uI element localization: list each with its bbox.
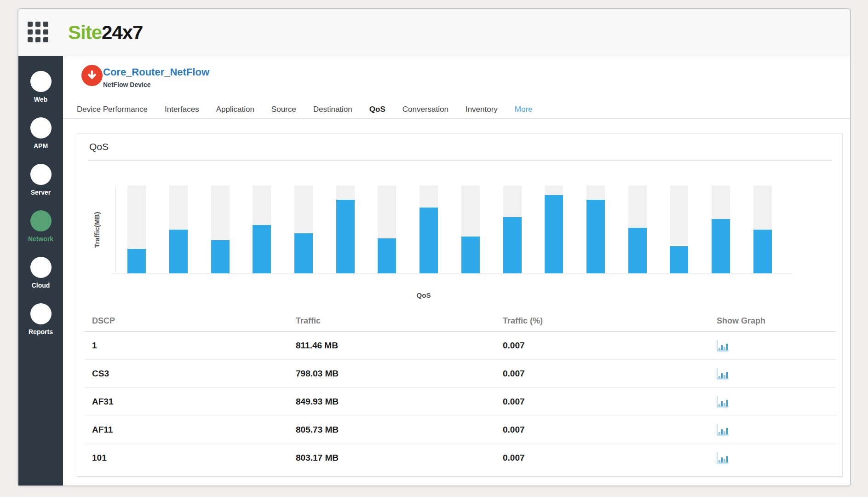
column-header-show-graph: Show Graph xyxy=(717,311,836,331)
network-icon xyxy=(30,210,52,231)
icon-bar xyxy=(721,401,723,406)
bar-chart-icon[interactable] xyxy=(717,396,729,407)
bar xyxy=(253,225,271,274)
top-bar: Site24x7 xyxy=(18,9,850,56)
bar-track xyxy=(753,185,772,274)
bar-track xyxy=(586,185,605,274)
sidebar-item-server[interactable]: Server xyxy=(18,164,63,210)
bar xyxy=(670,246,688,274)
tab-conversation[interactable]: Conversation xyxy=(402,105,448,114)
bar-slot xyxy=(324,185,366,274)
main-content: Core_Router_NetFlow NetFlow Device Devic… xyxy=(63,56,850,485)
x-tick-slot xyxy=(366,277,408,286)
icon-bar xyxy=(726,428,728,434)
bar-track xyxy=(336,185,355,274)
cell-dscp: AF11 xyxy=(84,416,296,444)
bar xyxy=(127,249,146,274)
logo-text-site: Site xyxy=(68,22,102,43)
bar-track xyxy=(503,185,522,274)
table-row: AF11805.73 MB0.007 xyxy=(84,416,836,444)
panel-title: QoS xyxy=(89,141,109,152)
sidebar-item-label: Server xyxy=(31,189,51,196)
bar-slot xyxy=(450,185,492,274)
cell-traffic: 803.17 MB xyxy=(296,444,503,472)
site24x7-logo[interactable]: Site24x7 xyxy=(68,22,143,44)
bar xyxy=(712,219,730,274)
icon-bar xyxy=(719,432,720,434)
cell-show-graph xyxy=(717,387,836,416)
tab-inventory[interactable]: Inventory xyxy=(466,105,498,114)
tab-device-performance[interactable]: Device Performance xyxy=(77,105,148,114)
server-icon xyxy=(30,164,52,185)
cell-traffic-pct: 0.007 xyxy=(503,387,717,416)
x-tick-slot xyxy=(157,277,199,286)
bar-track xyxy=(169,185,188,274)
tab-interfaces[interactable]: Interfaces xyxy=(165,105,199,114)
column-header-traffic: Traffic xyxy=(296,311,503,331)
sidebar-item-network[interactable]: Network xyxy=(18,210,63,257)
sidebar-item-reports[interactable]: Reports xyxy=(18,303,63,350)
bar-chart-icon[interactable] xyxy=(717,424,729,435)
sidebar-item-cloud[interactable]: Cloud xyxy=(18,257,63,303)
x-tick-slot xyxy=(700,277,742,286)
cell-show-graph xyxy=(717,359,836,387)
tab-application[interactable]: Application xyxy=(216,105,254,114)
icon-bar xyxy=(721,429,723,434)
icon-bar xyxy=(726,344,728,350)
cell-traffic-pct: 0.007 xyxy=(503,444,717,472)
table-header-row: DSCPTrafficTraffic (%)Show Graph xyxy=(84,311,836,331)
icon-bar xyxy=(726,400,728,406)
cell-dscp: AF31 xyxy=(84,387,296,416)
bar xyxy=(753,230,772,274)
sidebar-item-apm[interactable]: APM xyxy=(18,117,63,164)
bar-slot xyxy=(491,185,533,274)
icon-bar xyxy=(724,375,725,378)
bar xyxy=(586,200,605,274)
device-down-arrow-icon xyxy=(81,65,103,86)
x-tick-slot xyxy=(324,277,366,286)
tab-source[interactable]: Source xyxy=(271,105,296,114)
sidebar-item-web[interactable]: Web xyxy=(18,71,63,117)
x-tick-slot xyxy=(616,277,658,286)
x-axis-label: QoS xyxy=(115,291,732,299)
reports-icon xyxy=(30,303,52,324)
bar-track xyxy=(545,185,563,274)
bar xyxy=(420,208,438,274)
bar-track xyxy=(670,185,688,274)
x-tick-slot xyxy=(115,277,157,286)
icon-bar xyxy=(719,376,720,378)
cell-dscp: CS3 xyxy=(84,359,296,387)
app-launcher-icon[interactable] xyxy=(28,22,50,44)
tab-destination[interactable]: Destination xyxy=(313,105,352,114)
tab-qos[interactable]: QoS xyxy=(369,105,385,114)
sidebar-item-label: Reports xyxy=(29,328,53,335)
bar-slot xyxy=(116,185,158,274)
bar-slot xyxy=(408,185,450,274)
column-header-traffic-: Traffic (%) xyxy=(503,311,717,331)
cell-traffic: 849.93 MB xyxy=(296,387,503,416)
qos-table: DSCPTrafficTraffic (%)Show Graph 1811.46… xyxy=(84,311,836,472)
bar-chart-icon[interactable] xyxy=(717,340,729,351)
bar-chart-icon[interactable] xyxy=(717,452,729,463)
sidebar-item-label: APM xyxy=(34,142,48,150)
bar-slot xyxy=(575,185,617,274)
sidebar-item-label: Network xyxy=(28,235,53,243)
bar-chart-icon[interactable] xyxy=(717,368,729,379)
x-tick-slot xyxy=(199,277,241,286)
cell-traffic-pct: 0.007 xyxy=(503,416,717,444)
bar-track xyxy=(712,185,730,274)
bar-slot xyxy=(700,185,742,274)
panel-divider xyxy=(87,160,832,161)
table-row: CS3798.03 MB0.007 xyxy=(84,359,836,387)
device-name-link[interactable]: Core_Router_NetFlow xyxy=(103,66,209,78)
icon-bar xyxy=(724,459,725,462)
bar-track xyxy=(211,185,230,274)
bar xyxy=(336,200,355,274)
bar xyxy=(628,228,647,274)
bar-track xyxy=(294,185,313,274)
sidebar-item-label: Cloud xyxy=(32,282,50,289)
cloud-icon xyxy=(30,257,52,278)
cell-traffic-pct: 0.007 xyxy=(503,331,717,359)
tab-more[interactable]: More xyxy=(515,105,533,114)
x-axis-line xyxy=(112,273,793,274)
